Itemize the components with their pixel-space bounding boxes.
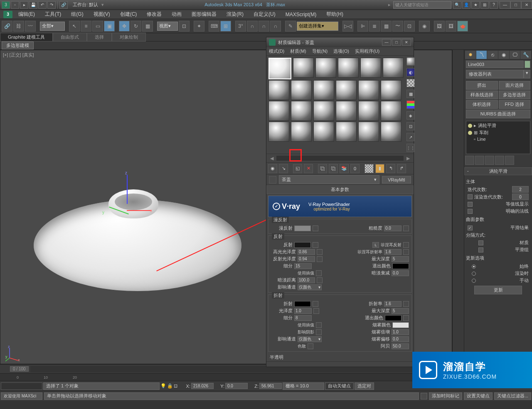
sample-slot[interactable] xyxy=(381,80,401,100)
sample-slot[interactable] xyxy=(336,101,357,121)
sample-slot[interactable] xyxy=(381,122,401,142)
sample-slot[interactable] xyxy=(383,58,404,78)
menu-grapheditors[interactable]: 图形编辑器 xyxy=(187,10,221,19)
edged-faces-icon[interactable]: ∩ xyxy=(270,21,281,32)
options-icon[interactable]: ⊡ xyxy=(406,122,415,130)
put-to-library-icon[interactable]: 📚 xyxy=(340,164,349,173)
modifier-stack[interactable]: ▸涡轮平滑 ⊞车削 ▫Line xyxy=(466,121,530,154)
hilight-gloss-spinner[interactable]: 0.86 xyxy=(298,249,315,255)
fresnel-checkbox[interactable] xyxy=(403,242,409,248)
menu-edit[interactable]: 编辑(E) xyxy=(14,10,39,19)
trackbar-icon[interactable] xyxy=(1,382,42,390)
render-setup-icon[interactable]: 🖼 xyxy=(434,21,445,32)
keyboard-shortcut-icon[interactable]: ⌨ xyxy=(209,21,219,32)
sample-slot[interactable] xyxy=(315,58,336,78)
new-icon[interactable]: ▫ xyxy=(11,1,19,9)
iterations-spinner[interactable]: 2 xyxy=(512,186,529,193)
menu-rendering[interactable]: 渲染(R) xyxy=(222,10,248,19)
sample-slot[interactable] xyxy=(313,80,334,100)
btn-face-select[interactable]: 面片选择 xyxy=(499,81,531,90)
go-forward-icon[interactable]: ↱ xyxy=(397,164,406,173)
menu-group[interactable]: 组(G) xyxy=(67,10,87,19)
make-copy-icon[interactable]: ⿻ xyxy=(318,164,327,173)
material-checkbox[interactable] xyxy=(478,240,483,245)
refr-affect-dropdown[interactable]: 仅颜色▾ xyxy=(298,336,322,342)
material-type-button[interactable]: VRayMtl xyxy=(382,176,411,184)
named-sel-edit-icon[interactable]: ✎ xyxy=(285,21,296,32)
add-timetag[interactable]: 添加时间标记 xyxy=(429,392,462,400)
mat-maximize-icon[interactable]: □ xyxy=(392,39,401,46)
material-name-dropdown[interactable]: 茶盖▾ xyxy=(279,175,379,184)
named-selection-dropdown[interactable]: 创建选择集 ▾ xyxy=(297,22,338,31)
sample-slot[interactable] xyxy=(268,122,289,142)
refr-exit-swatch[interactable] xyxy=(385,315,401,321)
curve-editor-icon[interactable]: 〜 xyxy=(392,21,403,32)
object-name-input[interactable] xyxy=(466,61,524,68)
snap-toggle-icon[interactable]: ⊞ xyxy=(220,21,231,32)
menu-views[interactable]: 视图(V) xyxy=(89,10,114,19)
smooth-result-checkbox[interactable] xyxy=(468,225,473,230)
reset-map-icon[interactable]: ✕ xyxy=(304,164,313,173)
tab-display-icon[interactable]: 🖵 xyxy=(510,51,520,59)
menu-create[interactable]: 创建(C) xyxy=(116,10,141,19)
link-icon[interactable]: 🔗 xyxy=(59,1,68,9)
autokey-button[interactable]: 自动关键点 xyxy=(325,382,354,390)
exchange-icon[interactable]: ⊞ xyxy=(480,1,489,9)
mat-menu-options[interactable]: 选项(O) xyxy=(333,48,349,54)
align-icon[interactable]: ⊫ xyxy=(357,21,368,32)
z-coord-input[interactable]: 56.961 xyxy=(259,383,282,389)
community-icon[interactable]: 👤 xyxy=(462,1,470,9)
explicit-checkbox[interactable] xyxy=(468,209,473,214)
select-icon[interactable]: ↖ xyxy=(69,21,80,32)
btn-nurbs-select[interactable]: NURBS 曲面选择 xyxy=(466,110,530,118)
affect-channel-dropdown[interactable]: 仅颜色▾ xyxy=(298,284,322,290)
roughness-spinner[interactable]: 0.0 xyxy=(384,225,401,231)
configure-icon[interactable] xyxy=(505,156,514,165)
favorite-icon[interactable]: ★ xyxy=(471,1,480,9)
bulb-icon[interactable] xyxy=(468,131,472,135)
window-crossing-icon[interactable]: ▣ xyxy=(104,21,115,32)
bulb-icon[interactable] xyxy=(468,124,472,128)
use-pivot-icon[interactable]: ⊡ xyxy=(179,21,190,32)
use-interp-checkbox[interactable] xyxy=(316,270,322,276)
redo-icon[interactable]: ↷ xyxy=(47,1,56,9)
sample-slot[interactable] xyxy=(268,101,289,121)
material-map-nav-icon[interactable]: ⋮⋮ xyxy=(406,144,415,152)
tab-graphite[interactable]: Graphite 建模工具 xyxy=(0,33,53,42)
mat-minimize-icon[interactable]: — xyxy=(382,39,391,46)
render-icon[interactable]: 🫖 xyxy=(457,21,468,32)
sample-slot[interactable] xyxy=(291,101,312,121)
key-filter-dropdown[interactable]: 选定对 xyxy=(355,382,374,390)
smoothgrp-checkbox[interactable] xyxy=(478,247,483,252)
scale-icon[interactable]: ▦ xyxy=(142,21,153,32)
percent-snap-icon[interactable]: ∩ xyxy=(247,21,258,32)
app-logo-icon[interactable]: 3 xyxy=(2,1,10,9)
sample-slot[interactable] xyxy=(358,122,379,142)
menu-tools[interactable]: 工具(T) xyxy=(41,10,65,19)
exit-color-swatch[interactable] xyxy=(392,263,409,269)
make-unique-icon[interactable]: ⿻ xyxy=(329,164,338,173)
video-color-check-icon[interactable] xyxy=(406,100,415,109)
sample-slot[interactable] xyxy=(313,122,334,142)
move-icon[interactable]: ✥ xyxy=(119,21,130,32)
sample-slot[interactable] xyxy=(360,58,381,78)
reference-coord-dropdown[interactable]: 视图 ▾ xyxy=(157,22,178,31)
selection-filter-dropdown[interactable]: 全部 ▾ xyxy=(40,22,65,31)
render-iter-spinner[interactable]: 0 xyxy=(512,193,529,200)
update-button[interactable]: 更新 xyxy=(474,286,522,294)
sample-slot[interactable] xyxy=(358,101,379,121)
show-map-icon[interactable] xyxy=(365,164,374,173)
reflect-swatch[interactable] xyxy=(294,242,311,248)
rotate-icon[interactable]: ↻ xyxy=(131,21,141,32)
unlink-tool-icon[interactable]: ⛓ xyxy=(13,21,24,32)
roughness-map-button[interactable] xyxy=(403,225,409,231)
tab-motion-icon[interactable]: ◉ xyxy=(498,51,509,59)
sample-slot[interactable] xyxy=(291,80,312,100)
sample-type-icon[interactable] xyxy=(406,57,415,66)
time-config-icon[interactable]: ⊡ xyxy=(174,383,180,389)
material-editor-icon[interactable]: ◉ xyxy=(419,21,430,32)
refl-subdiv-spinner[interactable]: 15 xyxy=(294,263,312,269)
sample-slot[interactable] xyxy=(313,101,334,121)
layers-icon[interactable]: ≣ xyxy=(369,21,380,32)
menu-customize[interactable]: 自定义(U) xyxy=(249,10,280,19)
